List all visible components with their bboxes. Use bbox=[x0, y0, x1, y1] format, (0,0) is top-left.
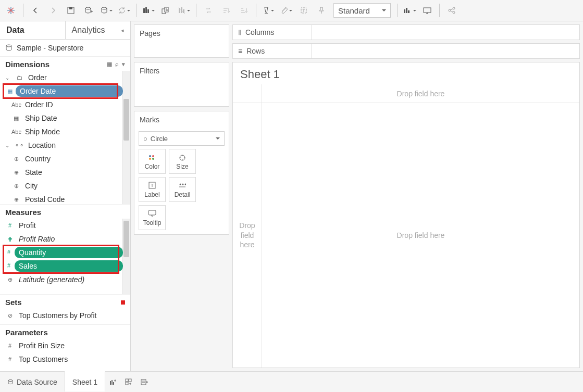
mark-color-button[interactable]: Color bbox=[139, 149, 166, 174]
hash-icon: # bbox=[7, 262, 10, 269]
param-profit-bin[interactable]: #Profit Bin Size bbox=[0, 339, 130, 352]
field-top-customers-set-label: Top Customers by Profit bbox=[19, 311, 96, 320]
pages-label: Pages bbox=[134, 25, 229, 42]
drop-grid-corner bbox=[233, 84, 262, 103]
columns-label: Columns bbox=[245, 28, 274, 36]
mark-label-button[interactable]: TLabel bbox=[139, 177, 166, 202]
field-profit-ratio[interactable]: ⋕Profit Ratio bbox=[0, 232, 130, 246]
tooltip-icon bbox=[148, 209, 156, 218]
clear-sheet-button[interactable] bbox=[175, 3, 193, 18]
folder-location[interactable]: ⌄⚬⚬Location bbox=[0, 138, 130, 152]
tab-data-source[interactable]: Data Source bbox=[0, 372, 65, 392]
abc-icon: Abc bbox=[11, 102, 21, 108]
field-country[interactable]: ⊕Country bbox=[0, 152, 130, 166]
field-top-customers-set[interactable]: ⊘Top Customers by Profit bbox=[0, 309, 130, 322]
globe-icon: ⊕ bbox=[5, 276, 15, 283]
drop-columns-hint[interactable]: Drop field here bbox=[262, 84, 579, 103]
toolbar: T Standard bbox=[0, 0, 583, 21]
svg-rect-42 bbox=[141, 380, 146, 385]
rows-drop-zone[interactable] bbox=[311, 44, 579, 58]
new-dashboard-tab-button[interactable] bbox=[121, 372, 137, 392]
refresh-button[interactable] bbox=[115, 3, 133, 18]
view-as-icon[interactable]: ▦ bbox=[107, 61, 112, 68]
field-order-id[interactable]: AbcOrder ID bbox=[0, 98, 130, 111]
new-worksheet-button[interactable] bbox=[140, 3, 157, 18]
field-city-label: City bbox=[25, 182, 38, 190]
share-button[interactable] bbox=[443, 3, 461, 18]
field-quantity-label: Quantity bbox=[19, 248, 46, 257]
tab-data-source-label: Data Source bbox=[17, 378, 57, 386]
circle-icon: ○ bbox=[143, 135, 147, 143]
drop-rows-hint[interactable]: Drop field here bbox=[233, 103, 262, 368]
sheet-title[interactable]: Sheet 1 bbox=[233, 62, 579, 84]
new-story-tab-button[interactable] bbox=[137, 372, 152, 392]
field-ship-mode[interactable]: AbcShip Mode bbox=[0, 125, 130, 138]
marks-label: Marks bbox=[134, 111, 229, 128]
autoupdate-button[interactable] bbox=[97, 3, 115, 18]
field-quantity[interactable]: Quantity bbox=[15, 247, 123, 258]
datasource-name: Sample - Superstore bbox=[17, 44, 83, 52]
columns-shelf[interactable]: ⦀Columns bbox=[232, 24, 580, 40]
svg-rect-34 bbox=[148, 210, 156, 215]
sheet-tabs-bar: Data Source Sheet 1 bbox=[0, 371, 583, 392]
svg-rect-40 bbox=[129, 379, 131, 382]
forward-button[interactable] bbox=[44, 3, 62, 18]
columns-drop-zone[interactable] bbox=[311, 25, 579, 40]
svg-rect-36 bbox=[110, 381, 111, 385]
field-sales[interactable]: Sales bbox=[15, 260, 123, 272]
tab-data[interactable]: Data bbox=[0, 21, 65, 39]
datasource-icon bbox=[7, 379, 14, 385]
rows-icon: ≡ bbox=[238, 47, 242, 55]
dim-menu-icon[interactable]: ▾ bbox=[122, 61, 125, 68]
canvas-column: ⦀Columns ≡Rows Sheet 1 Drop field here D… bbox=[232, 21, 583, 371]
tableau-logo-icon[interactable] bbox=[2, 3, 20, 18]
highlight-button[interactable] bbox=[259, 3, 277, 18]
label-toggle-button[interactable]: T bbox=[295, 3, 313, 18]
presentation-mode-button[interactable] bbox=[418, 3, 436, 18]
new-worksheet-tab-button[interactable] bbox=[105, 372, 121, 392]
param-top-customers[interactable]: #Top Customers bbox=[0, 352, 130, 366]
measures-label: Measures bbox=[5, 208, 41, 217]
collapse-pane-icon[interactable]: ◂ bbox=[121, 27, 124, 34]
new-datasource-button[interactable] bbox=[80, 3, 97, 18]
field-state[interactable]: ⊕State bbox=[0, 166, 130, 179]
field-order-date[interactable]: Order Date bbox=[16, 85, 123, 97]
fit-mode-select[interactable]: Standard bbox=[333, 3, 391, 18]
field-ship-date[interactable]: ▦Ship Date bbox=[0, 111, 130, 125]
sets-indicator-icon bbox=[121, 300, 125, 305]
field-latitude[interactable]: ⊕Latitude (generated) bbox=[0, 273, 130, 286]
columns-icon: ⦀ bbox=[238, 28, 241, 37]
svg-point-21 bbox=[453, 7, 455, 9]
globe-icon: ⊕ bbox=[11, 183, 21, 189]
svg-point-24 bbox=[149, 155, 151, 157]
mark-type-select[interactable]: ○ Circle bbox=[139, 131, 225, 146]
tab-analytics[interactable]: Analytics ◂ bbox=[65, 21, 131, 39]
sort-asc-button[interactable] bbox=[217, 3, 235, 18]
tab-sheet1[interactable]: Sheet 1 bbox=[65, 371, 105, 391]
field-city[interactable]: ⊕City bbox=[0, 179, 130, 193]
datasource-row[interactable]: Sample - Superstore bbox=[0, 40, 130, 56]
drop-main-hint[interactable]: Drop field here bbox=[262, 103, 579, 368]
duplicate-sheet-button[interactable] bbox=[157, 3, 175, 18]
mark-detail-button[interactable]: Detail bbox=[169, 177, 196, 202]
parameters-header: Parameters bbox=[0, 324, 130, 339]
pin-button[interactable] bbox=[313, 3, 330, 18]
mark-size-button[interactable]: Size bbox=[169, 149, 196, 174]
back-button[interactable] bbox=[27, 3, 44, 18]
pages-card[interactable]: Pages bbox=[134, 24, 229, 58]
set-icon: ⊘ bbox=[5, 312, 15, 319]
mark-tooltip-button[interactable]: Tooltip bbox=[139, 205, 166, 230]
show-me-button[interactable] bbox=[401, 3, 418, 18]
field-postal-code[interactable]: ⊕Postal Code bbox=[0, 193, 130, 204]
field-order-id-label: Order ID bbox=[25, 100, 53, 109]
filters-card[interactable]: Filters bbox=[134, 62, 229, 107]
search-icon[interactable]: ⌕ bbox=[115, 61, 119, 68]
field-profit[interactable]: #Profit bbox=[0, 219, 130, 232]
rows-shelf[interactable]: ≡Rows bbox=[232, 43, 580, 59]
folder-order[interactable]: ⌄🗀Order bbox=[0, 71, 130, 84]
swap-button[interactable] bbox=[200, 3, 217, 18]
datasource-icon bbox=[5, 44, 13, 52]
save-button[interactable] bbox=[62, 3, 80, 18]
attach-button[interactable] bbox=[277, 3, 295, 18]
sort-desc-button[interactable] bbox=[235, 3, 253, 18]
